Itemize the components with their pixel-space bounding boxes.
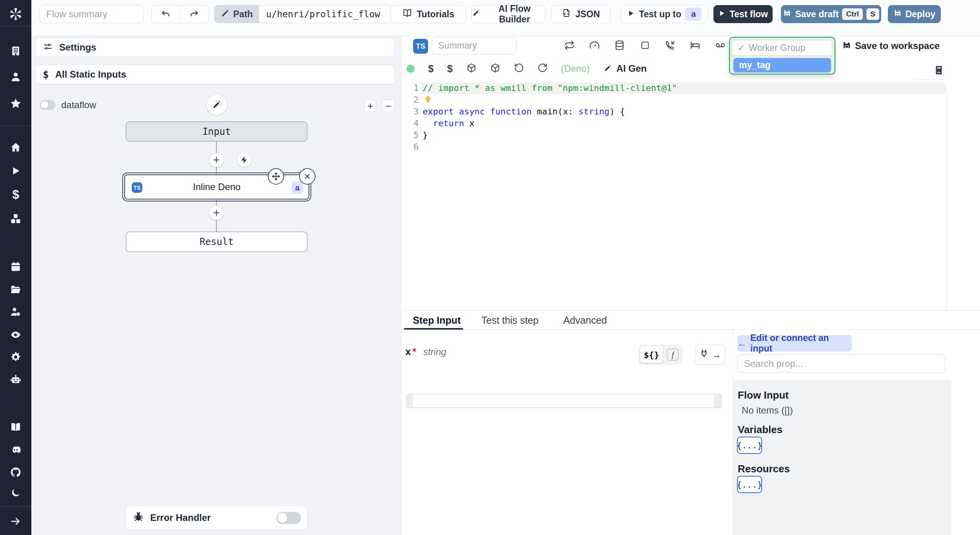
error-handler-toggle[interactable] — [276, 512, 301, 524]
search-prop-input[interactable] — [737, 354, 945, 373]
sidebar-item-resources-boxes-icon[interactable] — [9, 212, 22, 225]
tab-advanced[interactable]: Advanced — [563, 311, 607, 330]
test-flow-button[interactable]: Test flow — [713, 5, 773, 23]
sidebar-item-settings-gear-icon[interactable] — [9, 350, 22, 364]
add-step-button[interactable] — [209, 206, 223, 220]
sidebar-collapse-arrow-right-icon[interactable] — [9, 515, 22, 528]
dataflow-label: dataflow — [61, 100, 96, 110]
editor-top-border — [914, 79, 946, 80]
test-up-to-button[interactable]: Test up to a — [621, 5, 708, 23]
error-handler-card[interactable]: Error Handler — [125, 506, 308, 530]
dataflow-toggle[interactable] — [40, 100, 56, 110]
early-stop-square-icon[interactable] — [639, 39, 651, 51]
arg-value-field[interactable] — [406, 394, 722, 408]
typescript-badge: TS — [413, 39, 428, 54]
flow-settings-button[interactable]: Settings — [35, 38, 395, 57]
ai-gen-button[interactable]: AI Gen — [603, 63, 646, 74]
step-summary-input[interactable] — [432, 37, 517, 54]
sidebar-item-folders-icon[interactable] — [9, 283, 22, 296]
ai-flow-builder-label: AI Flow Builder — [484, 4, 545, 25]
fn-icon: f — [667, 349, 679, 361]
code-keywords: export async function — [423, 107, 537, 116]
sidebar-item-docs-book-icon[interactable] — [9, 421, 22, 434]
undo-button[interactable] — [152, 5, 180, 23]
path-value[interactable]: u/henri/prolific_flow — [259, 9, 387, 19]
reset-rotate-ccw-icon[interactable] — [514, 63, 524, 74]
sidebar-item-workers-robot-icon[interactable] — [9, 373, 22, 386]
code-line-3: export async function main(x: string) { — [423, 106, 625, 118]
ai-gen-label: AI Gen — [616, 63, 646, 74]
code-editor[interactable]: 1 2 3 4 5 6 // import * as wmill from "n… — [401, 78, 980, 310]
cache-database-icon[interactable] — [613, 39, 625, 51]
auto-layout-wand-button[interactable] — [207, 94, 227, 115]
tab-step-input[interactable]: Step Input — [413, 311, 461, 330]
all-static-inputs-button[interactable]: $ All Static Inputs — [35, 65, 395, 84]
reload-refresh-icon[interactable] — [537, 63, 548, 74]
play-icon — [718, 9, 726, 20]
lightbulb-icon[interactable] — [423, 95, 433, 106]
sidebar-item-workspace[interactable] — [9, 44, 22, 58]
worker-group-dropdown: ✓ Worker Group my_tag — [729, 37, 835, 74]
add-trigger-zap-button[interactable] — [237, 153, 251, 167]
sidebar-item-groups-users-gear-icon[interactable] — [9, 305, 22, 319]
add-step-button[interactable] — [209, 153, 223, 167]
redo-button[interactable] — [180, 5, 209, 23]
json-button[interactable]: JSON — [551, 5, 610, 23]
path-group: Path u/henri/prolific_flow — [214, 5, 392, 23]
sidebar-item-discord-icon[interactable] — [9, 443, 22, 457]
step-editor-panel: TS ✓ Worker Group my_tag — [401, 36, 980, 310]
flow-summary-input[interactable] — [40, 5, 143, 23]
book-open-icon — [402, 8, 412, 20]
worker-group-selected[interactable]: ✓ Worker Group — [732, 40, 832, 56]
tab-test-this-step[interactable]: Test this step — [481, 311, 539, 330]
template-mode-button[interactable]: ${} — [640, 346, 663, 363]
edit-path-button[interactable]: Path — [214, 5, 259, 23]
package-cube-icon[interactable] — [466, 63, 477, 75]
package-cube-icon[interactable] — [490, 63, 501, 75]
ai-flow-builder-button[interactable]: AI Flow Builder — [471, 5, 545, 23]
tutorials-button[interactable]: Tutorials — [390, 5, 466, 23]
library-book-icon[interactable] — [933, 64, 945, 76]
zoom-in-button[interactable]: + — [364, 100, 376, 112]
concurrency-gauge-icon[interactable] — [588, 39, 600, 51]
line-number: 3 — [401, 106, 419, 118]
sidebar-item-audit-eye-icon[interactable] — [9, 328, 22, 341]
zoom-out-button[interactable]: − — [382, 100, 395, 112]
variables-object-chip[interactable]: {...} — [737, 437, 762, 454]
connect-input-plug-button[interactable]: → — [695, 345, 725, 365]
sidebar-item-variables-dollar-icon[interactable]: $ — [9, 188, 22, 201]
pencil-icon — [221, 9, 229, 19]
arg-value-editor[interactable] — [413, 395, 713, 407]
edit-or-connect-button[interactable]: ← Edit or connect an input — [737, 335, 852, 352]
save-draft-button[interactable]: Save draft Ctrl S — [781, 5, 881, 23]
input-node-label: Input — [202, 126, 230, 137]
sidebar-item-runs-play-icon[interactable] — [9, 164, 22, 178]
mock-voicemail-icon[interactable] — [714, 39, 726, 51]
save-to-workspace-button[interactable]: Save to workspace — [842, 38, 940, 54]
save-draft-label: Save draft — [795, 9, 838, 20]
code-line-4: return x — [423, 118, 474, 129]
suspend-phone-incoming-icon[interactable] — [664, 39, 676, 51]
sidebar-item-user[interactable] — [9, 70, 22, 83]
sidebar: $ — [0, 0, 31, 535]
variable-dollar-icon[interactable]: $ — [428, 63, 434, 75]
flow-node-result[interactable]: Result — [126, 232, 307, 252]
sidebar-item-schedules-calendar-icon[interactable] — [9, 260, 22, 273]
resources-object-chip[interactable]: {...} — [737, 476, 762, 493]
path-label: Path — [233, 9, 253, 20]
deploy-button[interactable]: Deploy — [888, 5, 941, 23]
retry-repeat-icon[interactable] — [563, 39, 575, 51]
function-mode-button[interactable]: f — [664, 346, 681, 363]
delete-node-button[interactable] — [299, 168, 316, 185]
toggle-knob — [278, 513, 287, 523]
move-node-button[interactable] — [268, 168, 284, 185]
sleep-bed-icon[interactable] — [689, 39, 701, 51]
sidebar-item-home[interactable] — [9, 141, 22, 154]
sidebar-item-github-icon[interactable] — [9, 466, 22, 479]
static-dollar-icon[interactable]: $ — [447, 63, 452, 75]
sidebar-item-theme-moon-icon[interactable] — [9, 486, 22, 499]
flow-node-input[interactable]: Input — [126, 122, 307, 141]
worker-group-option-my-tag[interactable]: my_tag — [733, 58, 831, 73]
sidebar-item-favorites-star-icon[interactable] — [9, 97, 22, 110]
windmill-logo-icon[interactable] — [7, 5, 24, 23]
